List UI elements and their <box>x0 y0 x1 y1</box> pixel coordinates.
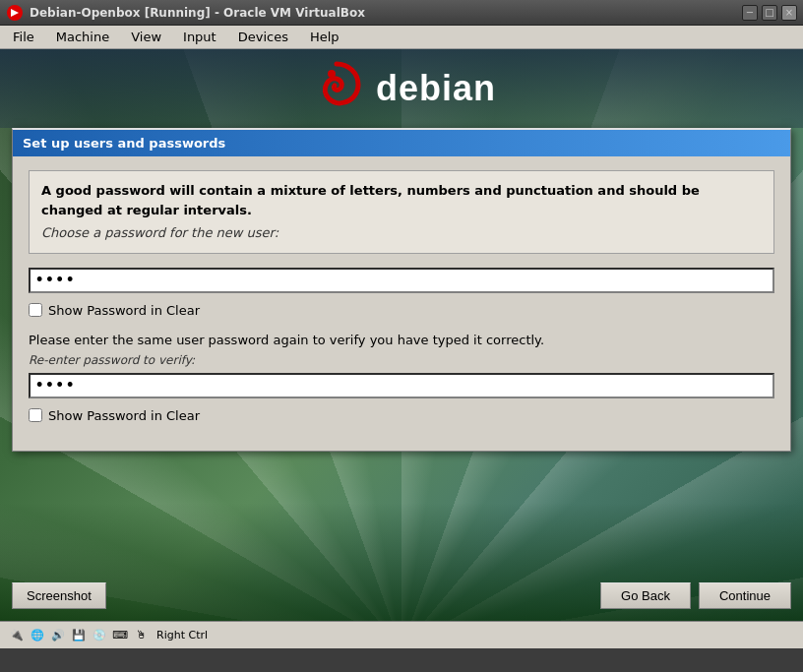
window-title: Debian-Openbox [Running] - Oracle VM Vir… <box>30 6 365 20</box>
right-ctrl-label: Right Ctrl <box>156 629 208 641</box>
svg-point-2 <box>328 70 336 78</box>
screenshot-button[interactable]: Screenshot <box>12 582 106 609</box>
verify-label: Re-enter password to verify: <box>29 353 774 367</box>
virtualbox-logo-icon <box>6 4 24 22</box>
menu-devices[interactable]: Devices <box>229 27 297 47</box>
bottom-buttons: Screenshot Go Back Continue <box>12 582 791 609</box>
menu-input[interactable]: Input <box>174 27 225 47</box>
menu-view[interactable]: View <box>122 27 170 47</box>
menu-machine[interactable]: Machine <box>47 27 118 47</box>
minimize-button[interactable]: − <box>742 5 758 21</box>
show-password2-checkbox[interactable] <box>29 408 42 422</box>
network-icon: 🌐 <box>29 627 46 644</box>
show-password1-label[interactable]: Show Password in Clear <box>48 303 200 318</box>
dialog-title: Set up users and passwords <box>13 130 790 156</box>
vm-screen: debian Set up users and passwords A good… <box>0 49 803 648</box>
hdd-icon: 💾 <box>70 627 88 644</box>
close-button[interactable]: × <box>781 5 797 21</box>
setup-dialog: Set up users and passwords A good passwo… <box>12 128 791 452</box>
info-bold-text: A good password will contain a mixture o… <box>41 181 762 219</box>
titlebar-left: Debian-Openbox [Running] - Oracle VM Vir… <box>6 4 365 22</box>
mouse-icon: 🖱 <box>132 627 150 644</box>
right-buttons: Go Back Continue <box>600 582 791 609</box>
dialog-body: A good password will contain a mixture o… <box>13 156 790 451</box>
password1-wrapper <box>29 268 774 293</box>
debian-logo-container: debian <box>307 59 496 118</box>
show-password1-checkbox[interactable] <box>29 303 42 317</box>
go-back-button[interactable]: Go Back <box>600 582 691 609</box>
info-box: A good password will contain a mixture o… <box>29 170 774 254</box>
show-password1-row: Show Password in Clear <box>29 303 774 318</box>
menu-file[interactable]: File <box>4 27 43 47</box>
keyboard-icon: ⌨ <box>111 627 129 644</box>
show-password2-row: Show Password in Clear <box>29 408 774 423</box>
password2-input[interactable] <box>29 373 774 398</box>
debian-swirl-icon <box>307 59 366 118</box>
password2-wrapper <box>29 373 774 398</box>
show-password2-label[interactable]: Show Password in Clear <box>48 408 200 423</box>
vm-statusbar: 🔌 🌐 🔊 💾 💿 ⌨ 🖱 Right Ctrl <box>0 621 803 648</box>
continue-button[interactable]: Continue <box>699 582 791 609</box>
cd-icon: 💿 <box>91 627 108 644</box>
debian-logo-text: debian <box>376 68 496 109</box>
password1-input[interactable] <box>29 268 774 293</box>
verify-text: Please enter the same user password agai… <box>29 332 774 349</box>
titlebar: Debian-Openbox [Running] - Oracle VM Vir… <box>0 0 803 26</box>
info-italic-text: Choose a password for the new user: <box>41 223 762 243</box>
audio-icon: 🔊 <box>49 627 67 644</box>
menu-help[interactable]: Help <box>301 27 348 47</box>
restore-button[interactable]: □ <box>762 5 777 21</box>
debian-header: debian <box>0 49 803 128</box>
usb-icon: 🔌 <box>8 627 26 644</box>
window-controls: − □ × <box>742 5 797 21</box>
menubar: File Machine View Input Devices Help <box>0 26 803 49</box>
